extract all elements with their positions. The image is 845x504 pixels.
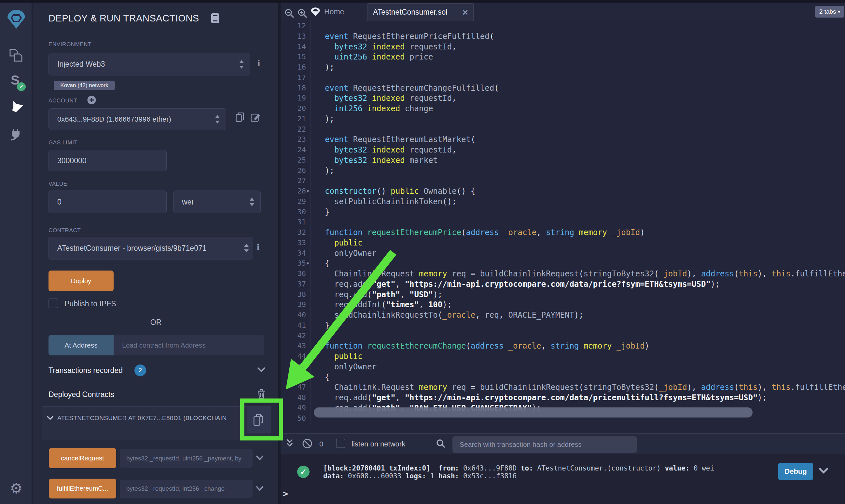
terminal-log-line[interactable]: data: 0x608...60033 logs: 1 hash: 0x53c.… [323, 472, 517, 480]
code-line[interactable]: req.add("get", "https://min-api.cryptoco… [325, 279, 720, 289]
code-line[interactable]: Chainlink.Request memory req = buildChai… [325, 269, 845, 279]
code-line[interactable]: setPublicChainlinkToken(); [325, 196, 457, 207]
value-label: VALUE [49, 181, 67, 187]
fulfill-ethereum-change-button[interactable]: fulfillEthereumC... [49, 479, 116, 499]
code-line[interactable]: event RequestEthereumPriceFulfilled( [325, 31, 494, 42]
clear-console-ban-icon[interactable] [302, 438, 312, 449]
code-line[interactable]: onlyOwner [325, 362, 377, 372]
code-line[interactable]: event RequestEthereumLastMarket( [325, 134, 475, 145]
transactions-count-badge: 2 [135, 364, 146, 376]
deployed-contracts-label: Deployed Contracts [49, 390, 114, 399]
account-select[interactable]: 0x643...9F88D (1.666673996 ether) [49, 108, 226, 130]
or-label: OR [34, 318, 278, 327]
activity-bar: S ✓ ⚙ [0, 3, 33, 504]
contract-info-icon[interactable]: i [257, 242, 260, 252]
deployed-contract-card[interactable] [42, 407, 271, 439]
code-line[interactable]: bytes32 indexed requestId, [325, 93, 457, 103]
compiler-success-badge: ✓ [17, 82, 26, 91]
code-line[interactable]: req.addInt("times", 100); [325, 300, 452, 310]
tab-atestnetconsumer[interactable]: ATestnetConsumer.sol × [367, 3, 473, 21]
publish-ipfs-checkbox[interactable] [49, 299, 58, 308]
code-line[interactable]: Chainlink.Request memory req = buildChai… [325, 382, 845, 393]
line-number: 37 [280, 279, 306, 289]
line-number: 38 [280, 289, 306, 300]
code-line[interactable]: bytes32 indexed requestId, [325, 42, 457, 52]
value-unit-select[interactable]: wei [173, 191, 261, 213]
code-line[interactable]: constructor() public Ownable() { [325, 186, 475, 196]
add-account-icon[interactable] [87, 95, 96, 104]
code-line[interactable]: uint256 indexed price [325, 52, 433, 62]
at-address-input[interactable] [114, 335, 264, 355]
code-line[interactable]: { [325, 258, 329, 269]
code-line[interactable]: bytes32 indexed requestId, [325, 145, 457, 155]
contract-select[interactable]: ATestnetConsumer - browser/gists/9b71e07… [49, 237, 253, 259]
code-line[interactable]: public [325, 238, 363, 248]
line-number: 14 [280, 42, 306, 52]
gas-limit-input[interactable] [49, 150, 167, 172]
copy-contract-address-button[interactable] [247, 407, 271, 433]
code-line[interactable]: ); [325, 114, 334, 124]
editor-horizontal-scrollbar[interactable] [314, 408, 753, 417]
clear-deployed-trash-icon[interactable] [257, 389, 265, 399]
transactions-chevron-down-icon[interactable] [257, 367, 265, 373]
documentation-icon[interactable] [211, 13, 219, 23]
fulfill-ethereum-change-params[interactable]: bytes32 _requestId, int256 _change [120, 480, 253, 498]
code-line[interactable]: ); [325, 165, 334, 176]
line-number: 42 [280, 331, 306, 341]
code-line[interactable]: public [325, 351, 363, 362]
log-expand-chevron-icon[interactable] [818, 468, 828, 474]
code-line[interactable]: } [325, 320, 329, 331]
code-line[interactable]: function requestEthereumChange(address _… [325, 341, 649, 351]
solidity-compiler-icon[interactable]: S ✓ [0, 75, 33, 90]
panel-editor-divider[interactable] [278, 3, 280, 504]
environment-info-icon[interactable]: i [257, 58, 260, 68]
deployed-contract-header[interactable]: ATESTNETCONSUMER AT 0X7E7...E80D1 (BLOCK… [57, 415, 242, 422]
zoom-in-icon[interactable] [297, 8, 307, 18]
listen-network-checkbox[interactable] [336, 439, 345, 448]
environment-select[interactable]: Injected Web3 [49, 53, 250, 75]
tabs-count-badge[interactable]: 2 tabs ▾ [815, 6, 844, 18]
line-number: 39 [280, 300, 306, 310]
code-line[interactable]: event RequestEthereumChangeFulfilled( [325, 83, 499, 93]
code-line[interactable]: ); [325, 62, 334, 73]
fold-caret-icon[interactable]: ▾ [307, 186, 309, 196]
contract-expand-chevron-icon[interactable] [47, 416, 53, 420]
line-number: 48 [280, 393, 306, 403]
fold-caret-icon[interactable]: ▾ [307, 258, 309, 269]
tab-home[interactable]: Home [324, 3, 344, 21]
terminal-log-line[interactable]: [block:20780401 txIndex:0] from: 0x643..… [323, 464, 714, 472]
terminal-search-input[interactable] [452, 436, 637, 453]
environment-label: ENVIRONMENT [49, 41, 91, 48]
code-line[interactable]: function requestEthereumPrice(address _o… [325, 227, 645, 238]
terminal-prompt[interactable]: > [282, 488, 288, 499]
at-address-button[interactable]: At Address [49, 335, 114, 355]
code-line[interactable]: sendChainlinkRequestTo(_oracle, req, ORA… [325, 310, 584, 320]
deploy-and-run-icon[interactable] [0, 101, 33, 114]
close-tab-icon[interactable]: × [462, 7, 468, 17]
select-updown-icon [244, 244, 249, 252]
line-number: 26 [280, 165, 306, 176]
code-line[interactable]: } [325, 207, 329, 217]
code-editor[interactable]: 1213event RequestEthereumPriceFulfilled(… [280, 21, 845, 423]
cancel-request-params[interactable]: bytes32 _requestId, uint256 _payment, by [120, 449, 253, 468]
code-line[interactable]: int256 indexed change [325, 103, 433, 114]
settings-gear-icon[interactable]: ⚙ [0, 480, 33, 497]
value-input[interactable] [49, 191, 167, 213]
code-line[interactable]: req.add("get", "https://min-api.cryptoco… [325, 393, 767, 403]
code-line[interactable]: { [325, 372, 329, 382]
fulfill-expand-icon[interactable] [256, 486, 264, 491]
cancel-request-expand-icon[interactable] [256, 455, 264, 461]
file-explorer-icon[interactable] [0, 49, 33, 62]
cancel-request-button[interactable]: cancelRequest [49, 448, 116, 468]
code-line[interactable]: onlyOwner [325, 248, 377, 258]
zoom-out-icon[interactable] [284, 8, 294, 18]
copy-account-icon[interactable] [236, 112, 245, 123]
terminal-collapse-double-chevron-icon[interactable] [286, 439, 293, 448]
edit-account-icon[interactable] [251, 112, 260, 122]
deploy-button[interactable]: Deploy [49, 271, 114, 291]
debug-button[interactable]: Debug [778, 463, 813, 480]
code-line[interactable]: bytes32 indexed market [325, 155, 438, 165]
select-updown-icon [215, 115, 220, 124]
plugin-manager-icon[interactable] [0, 126, 33, 141]
code-line[interactable]: req.add("path", "USD"); [325, 289, 442, 300]
